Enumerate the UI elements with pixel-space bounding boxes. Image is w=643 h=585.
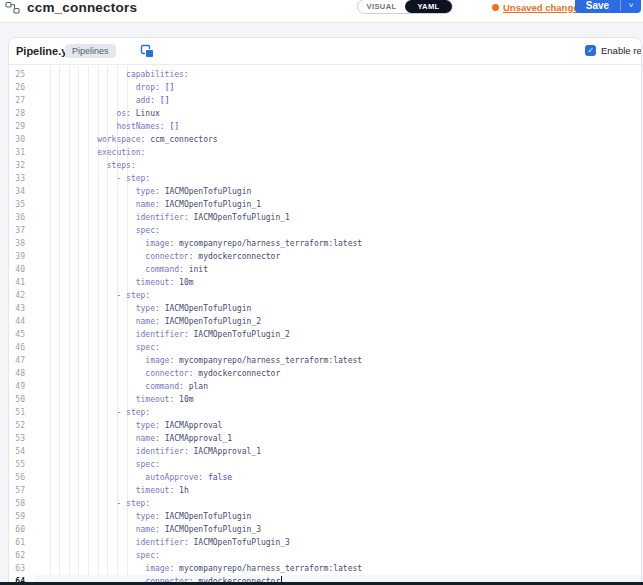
yaml-editor[interactable]: 2526272829303132333435363738394041424344… <box>9 66 641 585</box>
code-line[interactable]: autoApprove: false <box>35 471 641 484</box>
line-number: 39 <box>9 250 25 263</box>
line-number: 30 <box>9 133 25 146</box>
code-line[interactable]: identifier: IACMOpenTofuPlugin_2 <box>35 328 641 341</box>
code-line[interactable]: workspace: ccm_connectors <box>35 133 641 146</box>
unsaved-changes-link[interactable]: Unsaved changes <box>503 2 584 13</box>
code-line[interactable]: identifier: IACMOpenTofuPlugin_1 <box>35 211 641 224</box>
app-window: ccm_connectors VISUAL YAML Unsaved chang… <box>0 0 643 585</box>
code-line[interactable]: connector: mydockerconnector <box>35 367 641 380</box>
line-number: 27 <box>9 94 25 107</box>
page-title: ccm_connectors <box>27 0 137 15</box>
line-number: 40 <box>9 263 25 276</box>
code-line[interactable]: capabilities: <box>35 68 641 81</box>
code-line[interactable]: identifier: IACMOpenTofuPlugin_3 <box>35 536 641 549</box>
code-line[interactable]: timeout: 1h <box>35 484 641 497</box>
line-number: 29 <box>9 120 25 133</box>
code-line[interactable]: image: mycompanyrepo/harness_terraform:l… <box>35 237 641 250</box>
code-line[interactable]: identifier: IACMApproval_1 <box>35 445 641 458</box>
code-line[interactable]: - step: <box>35 172 641 185</box>
unsaved-dot-icon <box>492 4 499 11</box>
line-number: 56 <box>9 471 25 484</box>
line-number: 42 <box>9 289 25 302</box>
pipeline-icon <box>5 1 20 15</box>
line-number: 32 <box>9 159 25 172</box>
code-line[interactable]: - step: <box>35 406 641 419</box>
yaml-toggle-option[interactable]: YAML <box>405 0 452 13</box>
code-line[interactable]: type: IACMOpenTofuPlugin <box>35 302 641 315</box>
code-line[interactable]: os: Linux <box>35 107 641 120</box>
pipeline-title-group: ccm_connectors <box>5 0 137 15</box>
unsaved-changes[interactable]: Unsaved changes <box>492 1 584 14</box>
code-line[interactable]: connector: mydockerconnector <box>35 250 641 263</box>
top-header: ccm_connectors VISUAL YAML Unsaved chang… <box>0 0 643 23</box>
code-line[interactable]: timeout: 10m <box>35 393 641 406</box>
code-line[interactable]: drop: [] <box>35 81 641 94</box>
save-button[interactable]: Save <box>575 0 620 13</box>
line-number: 33 <box>9 172 25 185</box>
line-number: 37 <box>9 224 25 237</box>
line-number: 57 <box>9 484 25 497</box>
code-line[interactable]: type: IACMOpenTofuPlugin <box>35 185 641 198</box>
chevron-down-icon[interactable]: ˅ <box>621 0 641 13</box>
view-mode-toggle[interactable]: VISUAL YAML <box>357 0 453 14</box>
code-line[interactable]: execution: <box>35 146 641 159</box>
line-number: 43 <box>9 302 25 315</box>
code-line[interactable]: type: IACMOpenTofuPlugin <box>35 510 641 523</box>
copy-icon[interactable] <box>140 44 155 59</box>
code-line[interactable]: spec: <box>35 549 641 562</box>
file-bar: Pipeline.yaml Pipelines ✓ Enable read/ <box>9 38 641 65</box>
line-number: 52 <box>9 419 25 432</box>
line-number: 51 <box>9 406 25 419</box>
line-number: 28 <box>9 107 25 120</box>
line-number: 49 <box>9 380 25 393</box>
enable-read-label: Enable read/ <box>601 45 642 56</box>
code-line[interactable]: command: plan <box>35 380 641 393</box>
enable-read-group: ✓ Enable read/ <box>585 45 642 56</box>
line-number: 60 <box>9 523 25 536</box>
code-line[interactable]: image: mycompanyrepo/harness_terraform:l… <box>35 354 641 367</box>
code-line[interactable]: spec: <box>35 224 641 237</box>
line-number: 54 <box>9 445 25 458</box>
code-line[interactable]: - step: <box>35 289 641 302</box>
yaml-editor-card: Pipeline.yaml Pipelines ✓ Enable read/ 2… <box>8 37 642 585</box>
code-line[interactable]: name: IACMApproval_1 <box>35 432 641 445</box>
code-line[interactable]: command: init <box>35 263 641 276</box>
line-number: 46 <box>9 341 25 354</box>
code-line[interactable]: name: IACMOpenTofuPlugin_1 <box>35 198 641 211</box>
code-line[interactable]: hostNames: [] <box>35 120 641 133</box>
line-number: 45 <box>9 328 25 341</box>
line-number: 61 <box>9 536 25 549</box>
visual-toggle-option[interactable]: VISUAL <box>358 2 405 11</box>
code-line[interactable]: add: [] <box>35 94 641 107</box>
code-line[interactable]: name: IACMOpenTofuPlugin_2 <box>35 315 641 328</box>
code-line[interactable]: name: IACMOpenTofuPlugin_3 <box>35 523 641 536</box>
line-number: 44 <box>9 315 25 328</box>
enable-read-checkbox[interactable]: ✓ <box>585 45 596 56</box>
code-line[interactable]: timeout: 10m <box>35 276 641 289</box>
code-line[interactable]: spec: <box>35 458 641 471</box>
line-number: 55 <box>9 458 25 471</box>
code-line[interactable]: type: IACMApproval <box>35 419 641 432</box>
code-line[interactable]: spec: <box>35 341 641 354</box>
code-line[interactable]: steps: <box>35 159 641 172</box>
gutter: 2526272829303132333435363738394041424344… <box>9 66 25 585</box>
line-number: 25 <box>9 68 25 81</box>
line-number: 48 <box>9 367 25 380</box>
save-split-button[interactable]: Save ˅ <box>575 0 641 13</box>
line-number: 26 <box>9 81 25 94</box>
line-number: 53 <box>9 432 25 445</box>
line-number: 62 <box>9 549 25 562</box>
line-number: 34 <box>9 185 25 198</box>
line-number: 50 <box>9 393 25 406</box>
code-line[interactable]: image: mycompanyrepo/harness_terraform:l… <box>35 562 641 575</box>
line-number: 59 <box>9 510 25 523</box>
code-line[interactable]: - step: <box>35 497 641 510</box>
line-number: 41 <box>9 276 25 289</box>
file-type-badge: Pipelines <box>65 44 116 58</box>
line-number: 47 <box>9 354 25 367</box>
line-number: 35 <box>9 198 25 211</box>
line-number: 36 <box>9 211 25 224</box>
line-number: 63 <box>9 562 25 575</box>
line-number: 38 <box>9 237 25 250</box>
line-number: 31 <box>9 146 25 159</box>
